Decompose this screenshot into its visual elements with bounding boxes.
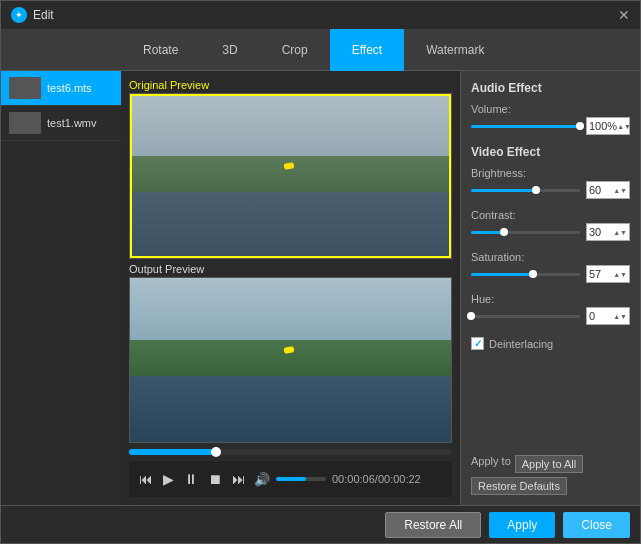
- skip-forward-button[interactable]: ⏭: [230, 471, 248, 487]
- volume-spinbox-arrows[interactable]: ▲▼: [617, 123, 631, 130]
- deinterlacing-checkbox[interactable]: ✓: [471, 337, 484, 350]
- saturation-label: Saturation:: [471, 251, 630, 263]
- sidebar-label-test6mts: test6.mts: [47, 82, 92, 94]
- volume-spinbox[interactable]: 100% ▲▼: [586, 117, 630, 135]
- seek-thumb[interactable]: [211, 447, 221, 457]
- tab-watermark[interactable]: Watermark: [404, 29, 506, 71]
- contrast-slider[interactable]: [471, 231, 580, 234]
- effects-panel: Audio Effect Volume: 100% ▲▼ Video Effec…: [460, 71, 640, 505]
- hue-slider-row: 0 ▲▼: [471, 307, 630, 325]
- thumbnail-test6mts: [9, 77, 41, 99]
- deinterlacing-label: Deinterlacing: [489, 338, 553, 350]
- volume-label: Volume:: [471, 103, 630, 115]
- hue-row: Hue: 0 ▲▼: [471, 293, 630, 325]
- close-button[interactable]: Close: [563, 512, 630, 538]
- contrast-slider-row: 30 ▲▼: [471, 223, 630, 241]
- apply-to-label: Apply to: [471, 455, 511, 473]
- brightness-row: Brightness: 60 ▲▼: [471, 167, 630, 199]
- window-close-button[interactable]: ✕: [618, 8, 630, 22]
- saturation-spinbox-arrows[interactable]: ▲▼: [613, 271, 627, 278]
- video-effect-title: Video Effect: [471, 145, 630, 159]
- title-bar: ✦ Edit ✕: [1, 1, 640, 29]
- volume-slider-row: 100% ▲▼: [471, 117, 630, 135]
- contrast-spinbox-arrows[interactable]: ▲▼: [613, 229, 627, 236]
- bottom-bar: Restore All Apply Close: [1, 505, 640, 543]
- sidebar-item-test1wmv[interactable]: test1.wmv: [1, 106, 121, 141]
- out-water-layer: [130, 376, 451, 442]
- brightness-fill: [471, 189, 536, 192]
- playback-controls: ⏮ ▶ ⏸ ⏹ ⏭ 🔊 00:00:06/00:00:22: [129, 461, 452, 497]
- edit-window: ✦ Edit ✕ Rotate 3D Crop Effect Watermark…: [0, 0, 641, 544]
- saturation-row: Saturation: 57 ▲▼: [471, 251, 630, 283]
- seek-bar[interactable]: [129, 449, 452, 455]
- hue-spinbox-arrows[interactable]: ▲▼: [613, 313, 627, 320]
- spacer: [471, 356, 630, 441]
- tab-effect[interactable]: Effect: [330, 29, 404, 71]
- saturation-spinbox[interactable]: 57 ▲▼: [586, 265, 630, 283]
- tab-3d[interactable]: 3D: [200, 29, 259, 71]
- brightness-slider-row: 60 ▲▼: [471, 181, 630, 199]
- water-layer: [130, 192, 451, 258]
- sidebar-label-test1wmv: test1.wmv: [47, 117, 97, 129]
- contrast-thumb[interactable]: [500, 228, 508, 236]
- volume-row: Volume: 100% ▲▼: [471, 103, 630, 135]
- original-video-frame: [130, 94, 451, 258]
- original-preview-label: Original Preview: [129, 79, 452, 91]
- app-icon: ✦: [11, 7, 27, 23]
- hue-spinbox[interactable]: 0 ▲▼: [586, 307, 630, 325]
- brightness-thumb[interactable]: [532, 186, 540, 194]
- title-bar-left: ✦ Edit: [11, 7, 54, 23]
- brightness-spinbox-arrows[interactable]: ▲▼: [613, 187, 627, 194]
- volume-effect-slider[interactable]: [471, 125, 580, 128]
- output-preview-box: [129, 277, 452, 443]
- apply-button[interactable]: Apply: [489, 512, 555, 538]
- volume-slider-thumb[interactable]: [576, 122, 584, 130]
- saturation-slider-row: 57 ▲▼: [471, 265, 630, 283]
- deinterlacing-row: ✓ Deinterlacing: [471, 337, 630, 350]
- original-preview-wrapper: Original Preview: [129, 79, 452, 259]
- seek-fill: [129, 449, 216, 455]
- hue-slider[interactable]: [471, 315, 580, 318]
- saturation-thumb[interactable]: [529, 270, 537, 278]
- apply-to-all-button[interactable]: Apply to All: [515, 455, 583, 473]
- output-preview-label: Output Preview: [129, 263, 452, 275]
- hue-thumb[interactable]: [467, 312, 475, 320]
- play-button[interactable]: ▶: [161, 471, 176, 487]
- audio-effect-title: Audio Effect: [471, 81, 630, 95]
- brightness-slider[interactable]: [471, 189, 580, 192]
- hue-label: Hue:: [471, 293, 630, 305]
- saturation-fill: [471, 273, 533, 276]
- pause-button[interactable]: ⏸: [182, 471, 200, 487]
- saturation-slider[interactable]: [471, 273, 580, 276]
- apply-restore-row: Apply to Apply to All Restore Defaults: [471, 455, 630, 495]
- volume-slider-fill: [471, 125, 580, 128]
- toolbar: Rotate 3D Crop Effect Watermark: [1, 29, 640, 71]
- stop-button[interactable]: ⏹: [206, 471, 224, 487]
- contrast-spinbox[interactable]: 30 ▲▼: [586, 223, 630, 241]
- original-preview-box: [129, 93, 452, 259]
- tab-rotate[interactable]: Rotate: [121, 29, 200, 71]
- main-content: test6.mts test1.wmv Original Preview: [1, 71, 640, 505]
- restore-all-button[interactable]: Restore All: [385, 512, 481, 538]
- volume-slider[interactable]: [276, 477, 326, 481]
- brightness-spinbox[interactable]: 60 ▲▼: [586, 181, 630, 199]
- window-title: Edit: [33, 8, 54, 22]
- output-video-frame: [130, 278, 451, 442]
- skip-back-button[interactable]: ⏮: [137, 471, 155, 487]
- time-display: 00:00:06/00:00:22: [332, 473, 421, 485]
- output-preview-wrapper: Output Preview: [129, 263, 452, 443]
- brightness-label: Brightness:: [471, 167, 630, 179]
- volume-fill: [276, 477, 306, 481]
- contrast-label: Contrast:: [471, 209, 630, 221]
- tab-crop[interactable]: Crop: [260, 29, 330, 71]
- sidebar: test6.mts test1.wmv: [1, 71, 121, 505]
- contrast-row: Contrast: 30 ▲▼: [471, 209, 630, 241]
- sidebar-item-test6mts[interactable]: test6.mts: [1, 71, 121, 106]
- preview-panel: Original Preview Output Preview: [121, 71, 460, 505]
- volume-icon: 🔊: [254, 472, 270, 487]
- thumbnail-test1wmv: [9, 112, 41, 134]
- restore-defaults-button[interactable]: Restore Defaults: [471, 477, 567, 495]
- checkbox-check: ✓: [474, 338, 482, 349]
